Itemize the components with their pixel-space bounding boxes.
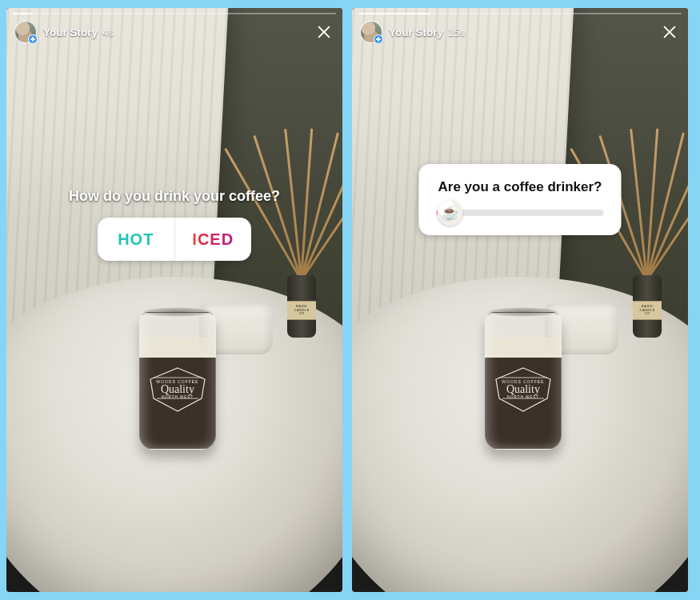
coffee-glass: WOODS COFFEE Quality NORTH WEST (485, 312, 562, 450)
emoji-slider[interactable]: ☕ (437, 210, 604, 216)
story-header: Your Story 15s (360, 19, 680, 45)
story-frame-2: BASIK CANDLE CO WOODS COFFEE Quality NOR… (352, 8, 688, 592)
slider-question: Are you a coffee drinker? (438, 178, 602, 195)
story-timestamp: 4s (102, 26, 114, 38)
story-progress-bar (358, 13, 682, 14)
story-background: BASIK CANDLE CO WOODS COFFEE Quality NOR… (352, 8, 688, 592)
svg-marker-0 (150, 368, 205, 411)
poll-question: How do you drink your coffee? (69, 188, 280, 205)
story-timestamp: 15s (448, 26, 465, 38)
poll: HOT ICED (98, 218, 251, 261)
diffuser-label: BASIK CANDLE CO (633, 301, 662, 320)
glass-badge: WOODS COFFEE Quality NORTH WEST (494, 366, 552, 413)
add-story-icon[interactable] (374, 34, 383, 44)
story-frame-1: BASIK CANDLE CO WOODS COFFEE Quality NOR… (6, 8, 342, 592)
coffee-glass: WOODS COFFEE Quality NORTH WEST (139, 312, 216, 450)
poll-option-hot[interactable]: HOT (98, 218, 174, 261)
poll-sticker: How do you drink your coffee? HOT ICED (6, 188, 342, 261)
story-title: Your Story (389, 26, 443, 38)
slider-sticker: Are you a coffee drinker? ☕ (419, 164, 622, 235)
close-icon[interactable] (314, 22, 334, 42)
story-header: Your Story 4s (14, 19, 334, 45)
coffee-emoji-icon: ☕ (441, 204, 458, 222)
close-icon[interactable] (659, 22, 680, 42)
story-title: Your Story (43, 26, 98, 38)
story-progress-fill (358, 13, 430, 14)
story-progress-fill (13, 13, 32, 14)
glass-badge: WOODS COFFEE Quality NORTH WEST (149, 366, 206, 413)
reed-diffuser: BASIK CANDLE CO (618, 242, 674, 338)
svg-marker-3 (496, 368, 550, 411)
diffuser-label: BASIK CANDLE CO (287, 301, 316, 320)
story-progress-bar (13, 13, 336, 14)
avatar[interactable] (14, 21, 37, 43)
poll-option-iced[interactable]: ICED (175, 218, 252, 261)
avatar[interactable] (360, 21, 382, 43)
add-story-icon[interactable] (28, 34, 38, 44)
story-background: BASIK CANDLE CO WOODS COFFEE Quality NOR… (6, 8, 342, 592)
slider-thumb[interactable]: ☕ (437, 200, 462, 226)
